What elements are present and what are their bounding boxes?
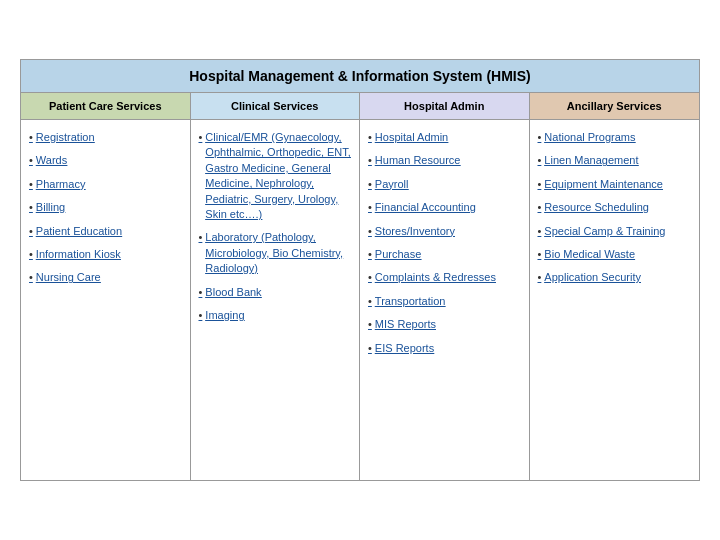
bullet-icon: • [368, 247, 372, 262]
list-item[interactable]: •Application Security [538, 270, 692, 285]
item-label: Registration [36, 130, 95, 145]
list-item[interactable]: •Blood Bank [199, 285, 352, 300]
list-item[interactable]: •Complaints & Redresses [368, 270, 521, 285]
bullet-icon: • [368, 224, 372, 239]
bullet-icon: • [29, 224, 33, 239]
bullet-icon: • [538, 247, 542, 262]
list-item[interactable]: •Payroll [368, 177, 521, 192]
item-label: Hospital Admin [375, 130, 448, 145]
item-label: MIS Reports [375, 317, 436, 332]
list-item[interactable]: •Billing [29, 200, 182, 215]
bullet-icon: • [368, 130, 372, 145]
bullet-icon: • [29, 247, 33, 262]
col-content-admin: •Hospital Admin•Human Resource•Payroll•F… [360, 120, 530, 480]
bullet-icon: • [538, 224, 542, 239]
item-label: Laboratory (Pathology, Microbiology, Bio… [205, 230, 351, 276]
bullet-icon: • [368, 200, 372, 215]
item-label: Nursing Care [36, 270, 101, 285]
list-item[interactable]: •Bio Medical Waste [538, 247, 692, 262]
item-label: Wards [36, 153, 67, 168]
item-label: Transportation [375, 294, 446, 309]
item-label: Human Resource [375, 153, 461, 168]
list-item[interactable]: •Registration [29, 130, 182, 145]
col-header-patient: Patient Care Services [21, 93, 191, 119]
bullet-icon: • [368, 317, 372, 332]
list-item[interactable]: •Stores/Inventory [368, 224, 521, 239]
bullet-icon: • [199, 230, 203, 245]
list-item[interactable]: •National Programs [538, 130, 692, 145]
bullet-icon: • [199, 285, 203, 300]
item-label: Payroll [375, 177, 409, 192]
item-label: Clinical/EMR (Gynaecology, Ophthalmic, O… [205, 130, 351, 222]
list-item[interactable]: •MIS Reports [368, 317, 521, 332]
item-label: Special Camp & Training [544, 224, 665, 239]
bullet-icon: • [538, 200, 542, 215]
list-item[interactable]: •Clinical/EMR (Gynaecology, Ophthalmic, … [199, 130, 352, 222]
item-label: Blood Bank [205, 285, 261, 300]
bullet-icon: • [538, 153, 542, 168]
bullet-icon: • [29, 130, 33, 145]
bullet-icon: • [538, 177, 542, 192]
content-row: •Registration•Wards•Pharmacy•Billing•Pat… [21, 120, 699, 480]
bullet-icon: • [368, 270, 372, 285]
list-item[interactable]: •Special Camp & Training [538, 224, 692, 239]
list-item[interactable]: •Purchase [368, 247, 521, 262]
col-content-clinical: •Clinical/EMR (Gynaecology, Ophthalmic, … [191, 120, 361, 480]
item-label: National Programs [544, 130, 635, 145]
list-item[interactable]: •Laboratory (Pathology, Microbiology, Bi… [199, 230, 352, 276]
item-label: Billing [36, 200, 65, 215]
item-label: Imaging [205, 308, 244, 323]
item-label: Stores/Inventory [375, 224, 455, 239]
title-bar: Hospital Management & Information System… [21, 60, 699, 93]
item-label: Bio Medical Waste [544, 247, 635, 262]
item-label: Complaints & Redresses [375, 270, 496, 285]
item-label: Application Security [544, 270, 641, 285]
main-title: Hospital Management & Information System… [189, 68, 530, 84]
bullet-icon: • [368, 294, 372, 309]
list-item[interactable]: •Wards [29, 153, 182, 168]
bullet-icon: • [29, 153, 33, 168]
item-label: Patient Education [36, 224, 122, 239]
bullet-icon: • [199, 308, 203, 323]
list-item[interactable]: •EIS Reports [368, 341, 521, 356]
list-item[interactable]: •Pharmacy [29, 177, 182, 192]
col-header-clinical: Clinical Services [191, 93, 361, 119]
list-item[interactable]: •Information Kiosk [29, 247, 182, 262]
col-header-ancillary: Ancillary Services [530, 93, 700, 119]
list-item[interactable]: •Equipment Maintenance [538, 177, 692, 192]
list-item[interactable]: •Imaging [199, 308, 352, 323]
bullet-icon: • [29, 177, 33, 192]
item-label: Purchase [375, 247, 421, 262]
list-item[interactable]: •Financial Accounting [368, 200, 521, 215]
bullet-icon: • [29, 270, 33, 285]
item-label: Financial Accounting [375, 200, 476, 215]
list-item[interactable]: •Resource Scheduling [538, 200, 692, 215]
list-item[interactable]: •Patient Education [29, 224, 182, 239]
col-header-admin: Hospital Admin [360, 93, 530, 119]
list-item[interactable]: •Hospital Admin [368, 130, 521, 145]
item-label: Equipment Maintenance [544, 177, 663, 192]
item-label: Resource Scheduling [544, 200, 649, 215]
list-item[interactable]: •Nursing Care [29, 270, 182, 285]
col-content-patient: •Registration•Wards•Pharmacy•Billing•Pat… [21, 120, 191, 480]
bullet-icon: • [199, 130, 203, 145]
col-content-ancillary: •National Programs•Linen Management•Equi… [530, 120, 700, 480]
list-item[interactable]: •Linen Management [538, 153, 692, 168]
bullet-icon: • [368, 153, 372, 168]
main-container: Hospital Management & Information System… [20, 59, 700, 481]
column-headers: Patient Care ServicesClinical ServicesHo… [21, 93, 699, 120]
item-label: EIS Reports [375, 341, 434, 356]
list-item[interactable]: •Human Resource [368, 153, 521, 168]
bullet-icon: • [538, 130, 542, 145]
item-label: Pharmacy [36, 177, 86, 192]
item-label: Linen Management [544, 153, 638, 168]
list-item[interactable]: •Transportation [368, 294, 521, 309]
bullet-icon: • [29, 200, 33, 215]
bullet-icon: • [368, 177, 372, 192]
bullet-icon: • [368, 341, 372, 356]
item-label: Information Kiosk [36, 247, 121, 262]
bullet-icon: • [538, 270, 542, 285]
